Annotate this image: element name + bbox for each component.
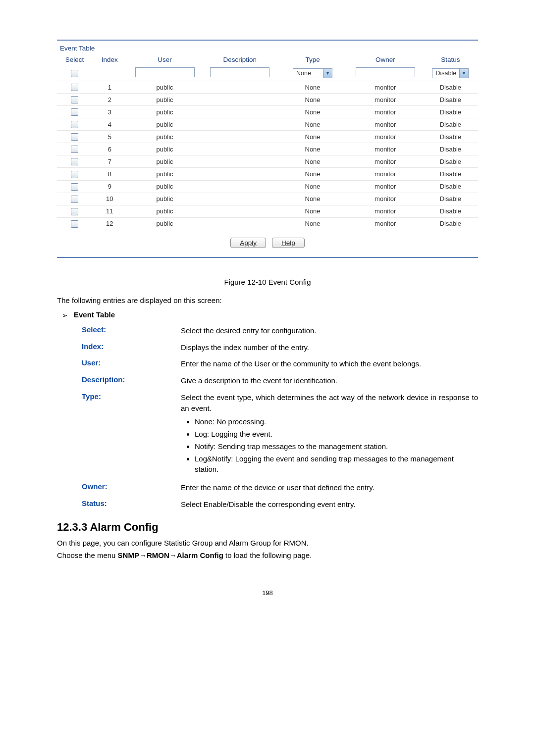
row-checkbox[interactable]	[71, 146, 78, 153]
filter-row: None ▾ Disable ▾	[57, 66, 478, 81]
panel-title: Event Table	[57, 41, 478, 54]
select-all-checkbox[interactable]	[71, 70, 78, 77]
user-input[interactable]	[135, 67, 195, 77]
status-dropdown[interactable]: Disable ▾	[432, 68, 469, 78]
cell-owner: monitor	[348, 217, 423, 230]
cell-status: Disable	[423, 180, 478, 193]
def-index-label: Index:	[82, 342, 181, 351]
cell-description	[202, 131, 277, 143]
row-checkbox[interactable]	[71, 96, 78, 103]
section-heading-alarm-config: 12.3.3 Alarm Config	[57, 521, 478, 534]
cell-status: Disable	[423, 94, 478, 106]
cell-index: 7	[92, 155, 127, 168]
cell-user: public	[127, 106, 203, 118]
def-owner-label: Owner:	[82, 482, 181, 491]
cell-description	[202, 217, 277, 230]
table-row: 5publicNonemonitorDisable	[57, 131, 478, 143]
cell-index: 11	[92, 205, 127, 217]
cell-user: public	[127, 131, 203, 143]
def-description-desc: Give a description to the event for iden…	[181, 375, 478, 386]
row-checkbox[interactable]	[71, 208, 78, 215]
def-user-label: User:	[82, 358, 181, 367]
event-table-panel: Event Table Select Index User Descriptio…	[57, 40, 478, 258]
arrow-icon: ➢	[62, 311, 68, 319]
owner-input[interactable]	[356, 67, 415, 77]
type-dropdown-value: None	[293, 69, 323, 78]
cell-type: None	[277, 81, 348, 94]
cell-owner: monitor	[348, 205, 423, 217]
cell-user: public	[127, 205, 203, 217]
cell-description	[202, 81, 277, 94]
cell-user: public	[127, 217, 203, 230]
cell-status: Disable	[423, 205, 478, 217]
cell-type: None	[277, 180, 348, 193]
intro-text: The following entries are displayed on t…	[57, 296, 478, 304]
cell-owner: monitor	[348, 155, 423, 168]
def-description-label: Description:	[82, 375, 181, 384]
list-item: None: No processing.	[195, 416, 478, 427]
cell-type: None	[277, 118, 348, 131]
row-checkbox[interactable]	[71, 183, 78, 191]
cell-description	[202, 118, 277, 131]
cell-status: Disable	[423, 193, 478, 205]
def-status-label: Status:	[82, 499, 181, 507]
cell-user: public	[127, 94, 203, 106]
cell-user: public	[127, 168, 203, 180]
cell-status: Disable	[423, 106, 478, 118]
cell-owner: monitor	[348, 94, 423, 106]
row-checkbox[interactable]	[71, 84, 78, 91]
list-item: Log&Notify: Logging the event and sendin…	[195, 454, 478, 474]
table-row: 8publicNonemonitorDisable	[57, 168, 478, 180]
cell-owner: monitor	[348, 193, 423, 205]
section-event-table: ➢ Event Table	[57, 310, 478, 319]
event-table: Select Index User Description Type Owner…	[57, 54, 478, 230]
cell-status: Disable	[423, 131, 478, 143]
cell-description	[202, 205, 277, 217]
cell-type: None	[277, 168, 348, 180]
cell-index: 6	[92, 143, 127, 155]
cell-description	[202, 143, 277, 155]
cell-index: 8	[92, 168, 127, 180]
cell-type: None	[277, 106, 348, 118]
def-type-list: None: No processing. Log: Logging the ev…	[181, 416, 478, 474]
col-user: User	[127, 54, 203, 66]
col-select: Select	[57, 54, 92, 66]
page-number: 198	[57, 589, 478, 597]
row-checkbox[interactable]	[71, 196, 78, 203]
row-checkbox[interactable]	[71, 121, 78, 128]
row-checkbox[interactable]	[71, 108, 78, 116]
cell-status: Disable	[423, 168, 478, 180]
cell-index: 5	[92, 131, 127, 143]
cell-index: 2	[92, 94, 127, 106]
table-row: 3publicNonemonitorDisable	[57, 106, 478, 118]
apply-button[interactable]: Apply	[230, 238, 266, 248]
row-checkbox[interactable]	[71, 158, 78, 165]
row-checkbox[interactable]	[71, 133, 78, 141]
cell-index: 1	[92, 81, 127, 94]
cell-description	[202, 168, 277, 180]
cell-description	[202, 106, 277, 118]
table-row: 2publicNonemonitorDisable	[57, 94, 478, 106]
row-checkbox[interactable]	[71, 171, 78, 178]
cell-user: public	[127, 155, 203, 168]
description-input[interactable]	[210, 67, 269, 77]
row-checkbox[interactable]	[71, 220, 78, 228]
cell-description	[202, 193, 277, 205]
cell-owner: monitor	[348, 106, 423, 118]
table-row: 7publicNonemonitorDisable	[57, 155, 478, 168]
figure-caption: Figure 12-10 Event Config	[57, 278, 478, 286]
table-row: 6publicNonemonitorDisable	[57, 143, 478, 155]
help-button[interactable]: Help	[272, 238, 305, 248]
type-dropdown[interactable]: None ▾	[293, 68, 332, 78]
cell-owner: monitor	[348, 180, 423, 193]
cell-user: public	[127, 180, 203, 193]
cell-index: 3	[92, 106, 127, 118]
cell-status: Disable	[423, 155, 478, 168]
def-index-desc: Displays the index number of the entry.	[181, 342, 478, 353]
button-row: Apply Help	[57, 230, 478, 257]
menu-path-bold: SNMP→RMON→Alarm Config	[118, 551, 223, 559]
cell-type: None	[277, 217, 348, 230]
cell-index: 9	[92, 180, 127, 193]
cell-owner: monitor	[348, 143, 423, 155]
col-description: Description	[202, 54, 277, 66]
